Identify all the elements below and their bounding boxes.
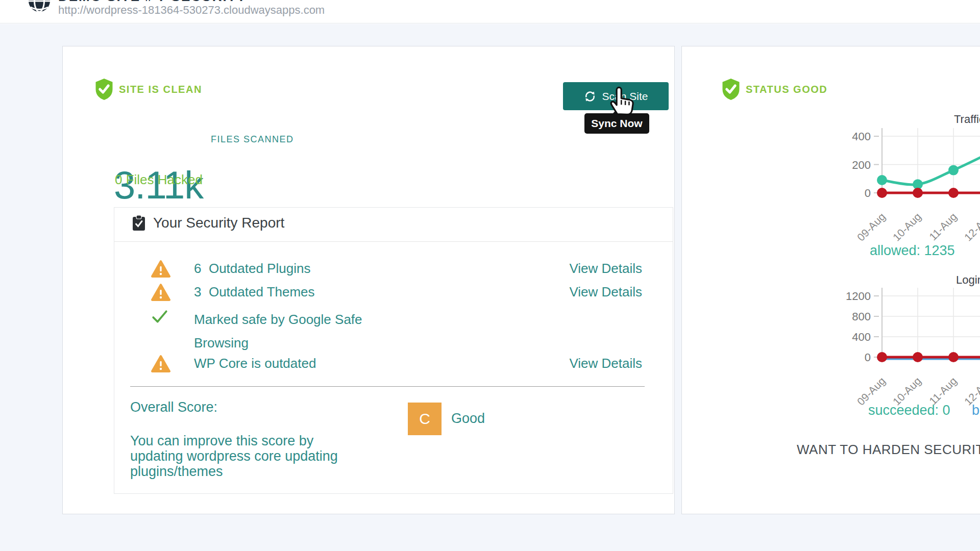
files-scanned-label: FILES SCANNED — [211, 134, 294, 145]
logins-line-chart: 0400800120009-Aug10-Aug11-Aug12-AugLogin… — [845, 271, 980, 409]
malware-scanner-card: SITE IS CLEAN 3.11k FILES SCANNED 0 File… — [62, 46, 675, 514]
logins-blocked-legend-partial: blocked: — [972, 403, 980, 418]
status-good-badge: STATUS GOOD — [720, 78, 827, 101]
report-row-outdated-plugins: 6 Outdated Plugins View Details — [114, 260, 673, 280]
overall-score-label: Overall Score: — [130, 399, 217, 415]
traffic-line-chart: 020040009-Aug10-Aug11-Aug12-AugTraffic — [845, 105, 980, 243]
checkmark-icon — [151, 309, 168, 325]
svg-text:10-Aug: 10-Aug — [891, 211, 923, 243]
report-item-text: 3 Outdated Themes — [194, 284, 459, 300]
score-word: Good — [451, 411, 485, 427]
warning-triangle-icon — [151, 260, 170, 278]
sync-icon — [584, 90, 596, 103]
sync-now-tooltip: Sync Now — [584, 113, 649, 134]
shield-check-icon — [93, 78, 115, 101]
report-item-text: Marked safe by Google Safe Browsing — [194, 308, 370, 355]
mouse-cursor-hand — [605, 84, 635, 116]
svg-text:400: 400 — [852, 130, 871, 143]
svg-text:11-Aug: 11-Aug — [927, 211, 959, 243]
clipboard-check-icon — [132, 215, 146, 231]
site-clean-status-badge: SITE IS CLEAN — [93, 78, 202, 101]
report-row-outdated-themes: 3 Outdated Themes View Details — [114, 283, 673, 304]
svg-text:0: 0 — [865, 351, 871, 364]
svg-text:200: 200 — [852, 159, 871, 171]
svg-text:12-Aug: 12-Aug — [962, 211, 980, 243]
security-report-title: Your Security Report — [153, 215, 284, 231]
shield-check-icon — [720, 78, 742, 101]
sync-now-tooltip-label: Sync Now — [591, 117, 642, 130]
warning-triangle-icon — [151, 283, 170, 302]
security-report-box: Your Security Report 6 Outdated Plugins … — [114, 207, 673, 494]
svg-text:Logins: Logins — [956, 273, 980, 286]
svg-text:09-Aug: 09-Aug — [855, 211, 888, 243]
score-divider — [130, 386, 645, 387]
firewall-status-card: STATUS GOOD 020040009-Aug10-Aug11-Aug12-… — [681, 46, 980, 514]
harden-security-question: WANT TO HARDEN SECURITY? — [797, 442, 980, 458]
status-good-label: STATUS GOOD — [746, 84, 827, 95]
logins-succeeded-legend: succeeded: 0 — [868, 403, 950, 418]
security-report-header: Your Security Report — [132, 215, 284, 231]
report-row-google-safe: Marked safe by Google Safe Browsing — [114, 307, 673, 354]
report-header-divider — [114, 241, 673, 242]
report-item-text: WP Core is outdated — [194, 356, 459, 371]
svg-text:800: 800 — [852, 310, 871, 323]
svg-text:1200: 1200 — [846, 290, 871, 303]
top-header-bar: DEMO SITE # 7 SECURITY http://wordpress-… — [0, 0, 980, 23]
view-details-link[interactable]: View Details — [569, 356, 642, 371]
svg-text:0: 0 — [865, 187, 871, 199]
traffic-allowed-legend: allowed: 1235 — [870, 243, 955, 259]
report-item-text: 6 Outdated Plugins — [194, 261, 459, 277]
svg-text:400: 400 — [852, 331, 871, 343]
report-row-wp-core: WP Core is outdated View Details — [114, 355, 673, 375]
site-clean-label: SITE IS CLEAN — [119, 84, 202, 95]
score-improve-hint: You can improve this score by updating w… — [130, 433, 350, 479]
globe-icon — [28, 0, 51, 13]
warning-triangle-icon — [151, 355, 170, 373]
score-grade-badge: C — [408, 403, 442, 435]
view-details-link[interactable]: View Details — [569, 284, 642, 300]
svg-text:Traffic: Traffic — [954, 113, 980, 126]
view-details-link[interactable]: View Details — [569, 261, 642, 277]
site-url: http://wordpress-181364-530273.cloudways… — [58, 4, 325, 17]
files-hacked-label: 0 Files Hacked — [115, 172, 203, 188]
